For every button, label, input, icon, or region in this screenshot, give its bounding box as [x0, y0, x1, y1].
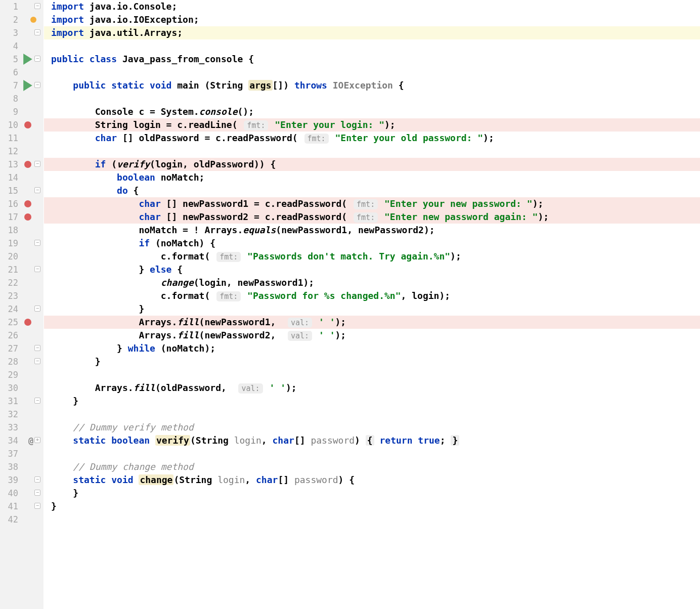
gutter-line[interactable]: 8 — [0, 92, 43, 105]
gutter-line[interactable]: 26 — [0, 329, 43, 342]
fold-collapse-icon[interactable]: − — [34, 56, 40, 62]
code-line[interactable]: } — [44, 355, 700, 368]
gutter[interactable]: 1−23−45−67−8910111213−1415−16171819−2021… — [0, 0, 44, 609]
gutter-line[interactable]: 21− — [0, 263, 43, 276]
gutter-line[interactable]: 2 — [0, 13, 43, 26]
override-icon[interactable]: @ — [28, 436, 33, 446]
gutter-line[interactable]: 39− — [0, 473, 43, 487]
gutter-line[interactable]: 3− — [0, 26, 43, 39]
gutter-line[interactable]: 1− — [0, 0, 43, 13]
code-editor[interactable]: 1−23−45−67−8910111213−1415−16171819−2021… — [0, 0, 700, 609]
gutter-line[interactable]: 15− — [0, 184, 43, 197]
run-icon[interactable] — [22, 80, 33, 91]
code-line[interactable] — [44, 513, 700, 526]
gutter-line[interactable]: 37 — [0, 447, 43, 460]
code-line[interactable]: char [] newPassword2 = c.readPassword( f… — [44, 210, 700, 224]
code-line[interactable]: Arrays.fill(oldPassword, val: ' '); — [44, 381, 700, 395]
run-icon[interactable] — [22, 54, 33, 65]
code-line[interactable]: } — [44, 500, 700, 513]
code-line[interactable]: char [] oldPassword = c.readPassword( fm… — [44, 132, 700, 145]
fold-collapse-icon[interactable]: − — [34, 161, 40, 167]
gutter-line[interactable]: 13− — [0, 158, 43, 171]
fold-collapse-icon[interactable]: − — [34, 306, 40, 312]
gutter-line[interactable]: 33 — [0, 421, 43, 434]
gutter-line[interactable]: 14 — [0, 171, 43, 184]
gutter-line[interactable]: 11 — [0, 132, 43, 145]
gutter-line[interactable]: 25 — [0, 316, 43, 329]
fold-collapse-icon[interactable]: − — [34, 490, 40, 496]
code-line[interactable]: static void change(String login, char[] … — [44, 473, 700, 487]
fold-collapse-icon[interactable]: − — [34, 29, 40, 35]
fold-collapse-icon[interactable]: − — [34, 476, 40, 483]
gutter-line[interactable]: 18 — [0, 224, 43, 237]
code-line[interactable]: public class Java_pass_from_console { — [44, 53, 700, 66]
gutter-line[interactable]: 28− — [0, 355, 43, 368]
code-line[interactable] — [44, 408, 700, 421]
breakpoint-icon[interactable] — [24, 319, 31, 326]
gutter-line[interactable]: 34@+ — [0, 434, 43, 447]
gutter-line[interactable]: 41− — [0, 500, 43, 513]
code-line[interactable]: } — [44, 395, 700, 408]
gutter-line[interactable]: 38 — [0, 460, 43, 473]
code-line[interactable]: char [] newPassword1 = c.readPassword( f… — [44, 197, 700, 210]
code-line[interactable]: import java.util.Arrays; — [44, 26, 700, 39]
gutter-line[interactable]: 24− — [0, 302, 43, 316]
gutter-line[interactable]: 20 — [0, 250, 43, 263]
breakpoint-icon[interactable] — [24, 200, 31, 207]
code-line[interactable]: c.format( fmt: "Passwords don't match. T… — [44, 250, 700, 263]
fold-collapse-icon[interactable]: − — [34, 240, 40, 246]
code-line[interactable]: noMatch = ! Arrays.equals(newPassword1, … — [44, 224, 700, 237]
code-line[interactable]: Arrays.fill(newPassword1, val: ' '); — [44, 316, 700, 329]
fold-collapse-icon[interactable]: − — [34, 345, 40, 351]
fold-expand-icon[interactable]: + — [34, 437, 40, 443]
gutter-line[interactable]: 40− — [0, 487, 43, 500]
gutter-line[interactable]: 6 — [0, 66, 43, 79]
code-line[interactable]: if (noMatch) { — [44, 237, 700, 250]
code-line[interactable] — [44, 145, 700, 158]
fold-collapse-icon[interactable]: − — [34, 398, 40, 404]
gutter-line[interactable]: 16 — [0, 197, 43, 210]
code-line[interactable]: import java.io.IOException; — [44, 13, 700, 26]
code-line[interactable]: c.format( fmt: "Password for %s changed.… — [44, 289, 700, 302]
code-line[interactable]: public static void main (String args[]) … — [44, 79, 700, 92]
gutter-line[interactable]: 5− — [0, 53, 43, 66]
gutter-line[interactable]: 17 — [0, 210, 43, 224]
code-line[interactable]: String login = c.readLine( fmt: "Enter y… — [44, 118, 700, 132]
code-line[interactable]: change(login, newPassword1); — [44, 276, 700, 289]
code-line[interactable]: do { — [44, 184, 700, 197]
warning-icon[interactable] — [30, 17, 36, 23]
fold-collapse-icon[interactable]: − — [34, 358, 40, 364]
code-line[interactable]: // Dummy change method — [44, 460, 700, 473]
gutter-line[interactable]: 7− — [0, 79, 43, 92]
code-line[interactable]: Console c = System.console(); — [44, 105, 700, 118]
fold-collapse-icon[interactable]: − — [34, 3, 40, 9]
gutter-line[interactable]: 9 — [0, 105, 43, 118]
gutter-line[interactable]: 30 — [0, 381, 43, 395]
code-line[interactable]: } — [44, 487, 700, 500]
code-area[interactable]: import java.io.Console;import java.io.IO… — [44, 0, 700, 609]
gutter-line[interactable]: 12 — [0, 145, 43, 158]
code-line[interactable]: } while (noMatch); — [44, 342, 700, 355]
code-line[interactable]: // Dummy verify method — [44, 421, 700, 434]
gutter-line[interactable]: 23 — [0, 289, 43, 302]
code-line[interactable]: } — [44, 302, 700, 316]
fold-collapse-icon[interactable]: − — [34, 187, 40, 193]
code-line[interactable]: import java.io.Console; — [44, 0, 700, 13]
breakpoint-icon[interactable] — [24, 121, 31, 128]
fold-collapse-icon[interactable]: − — [34, 266, 40, 272]
code-line[interactable]: boolean noMatch; — [44, 171, 700, 184]
gutter-line[interactable]: 22 — [0, 276, 43, 289]
code-line[interactable] — [44, 447, 700, 460]
gutter-line[interactable]: 29 — [0, 368, 43, 381]
code-line[interactable]: } else { — [44, 263, 700, 276]
code-line[interactable] — [44, 92, 700, 105]
gutter-line[interactable]: 32 — [0, 408, 43, 421]
code-line[interactable] — [44, 66, 700, 79]
gutter-line[interactable]: 19− — [0, 237, 43, 250]
breakpoint-icon[interactable] — [24, 161, 31, 168]
gutter-line[interactable]: 27− — [0, 342, 43, 355]
gutter-line[interactable]: 4 — [0, 39, 43, 53]
code-line[interactable]: if (verify(login, oldPassword)) { — [44, 158, 700, 171]
code-line[interactable]: static boolean verify(String login, char… — [44, 434, 700, 447]
gutter-line[interactable]: 31− — [0, 395, 43, 408]
